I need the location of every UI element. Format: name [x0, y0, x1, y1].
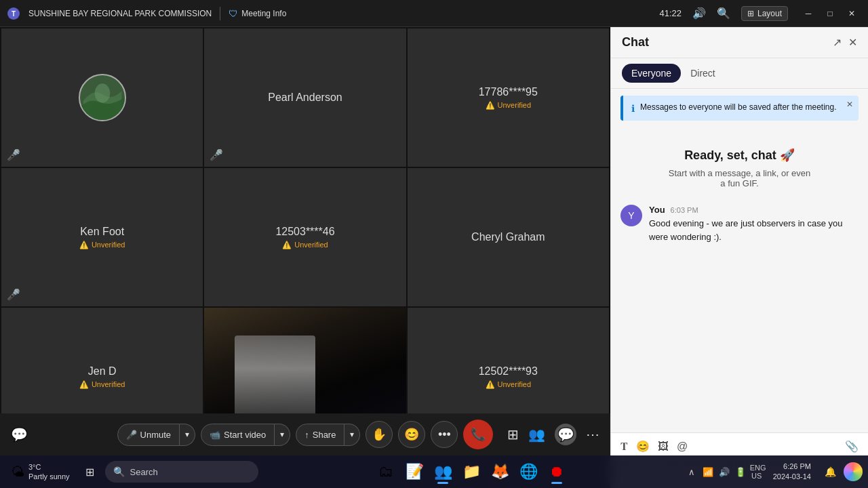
close-button[interactable]: ✕ [842, 4, 861, 23]
chat-header-actions: ↗ ✕ [833, 36, 857, 49]
start-button[interactable]: ⊞ [77, 458, 104, 485]
warning-icon-4: ⚠️ [79, 241, 89, 249]
gif-button[interactable]: 🖼 [658, 441, 669, 453]
chat-empty-title: Ready, set, chat 🚀 [684, 148, 795, 163]
chat-popout-button[interactable]: ↗ [833, 36, 842, 49]
taskbar-app-files[interactable]: 🗂 [372, 458, 399, 485]
tab-direct[interactable]: Direct [681, 64, 725, 83]
taskbar-search-icon: 🔍 [113, 466, 125, 477]
teams-logo-icon: T [7, 7, 20, 20]
taskbar-apps: 🗂 📝 👥 📁 🦊 🌐 ⏺ [260, 458, 684, 485]
caption-button[interactable]: 💬 [11, 426, 28, 443]
participant-name-4: Ken Foot [80, 226, 124, 238]
layout-icon: ⊞ [747, 9, 754, 18]
participant-name-6: Cheryl Graham [471, 231, 545, 243]
color-widget[interactable] [844, 462, 863, 481]
warning-icon-3: ⚠️ [486, 101, 495, 110]
participant-name-5: 12503****46 [275, 226, 334, 238]
taskbar-app-firefox[interactable]: 🦊 [486, 458, 513, 485]
layout-label: Layout [757, 9, 782, 18]
tab-everyone[interactable]: Everyone [622, 64, 681, 83]
chat-avatar-1: Y [620, 205, 642, 226]
attach-button[interactable]: 📎 [845, 440, 859, 453]
taskbar-edge-icon: 🌐 [519, 463, 538, 481]
taskbar-app-edge[interactable]: 🌐 [515, 458, 542, 485]
unmute-button[interactable]: 🎤 Unmute [117, 424, 180, 446]
taskbar-search[interactable]: 🔍 Search [105, 461, 258, 483]
weather-condition: Partly sunny [28, 472, 70, 481]
restore-button[interactable]: □ [821, 4, 840, 23]
start-video-button[interactable]: 📹 Start video [201, 424, 275, 446]
participant-tile-4: Ken Foot ⚠️ Unverified 🎤 [1, 168, 203, 306]
notification-button[interactable]: 🔔 [821, 462, 840, 481]
weather-temp: 3°C [28, 462, 70, 472]
participant-name-3: 17786****95 [479, 86, 538, 98]
unverified-badge-5: ⚠️ Unverified [282, 241, 328, 249]
volume-icon[interactable]: 🔊 [717, 467, 731, 477]
more-button[interactable]: ••• [431, 421, 458, 448]
taskbar-app-teams[interactable]: 👥 [429, 458, 456, 485]
participant-tile-2: Pearl Anderson 🎤 [204, 28, 406, 167]
shield-icon: 🛡 [229, 8, 238, 19]
taskbar-right: ∧ 📶 🔊 🔋 ENGUS 6:26 PM 2024-03-14 🔔 [685, 462, 863, 483]
taskbar-app-word[interactable]: 📝 [401, 458, 428, 485]
reactions-button[interactable]: 😊 [398, 421, 425, 448]
unverified-badge-7: ⚠️ Unverified [79, 380, 125, 389]
chat-panel-button[interactable]: 💬 [555, 424, 576, 445]
warning-icon-9: ⚠️ [486, 380, 495, 389]
chat-msg-meta-1: You 6:03 PM [649, 205, 859, 215]
weather-icon: 🌤 [11, 464, 24, 480]
start-video-label: Start video [224, 430, 266, 440]
info-icon: ℹ [631, 103, 635, 114]
clock-date: 2024-03-14 [773, 472, 811, 482]
participants-button[interactable]: 👥 [528, 426, 545, 443]
taskbar-weather[interactable]: 🌤 3°C Partly sunny [5, 460, 75, 485]
taskbar-app-recording[interactable]: ⏺ [543, 458, 570, 485]
chat-messages: Ready, set, chat 🚀 Start with a message,… [611, 127, 868, 432]
taskbar-recording-icon: ⏺ [549, 463, 564, 481]
taskbar-search-text: Search [130, 467, 158, 477]
chat-notice-close-button[interactable]: ✕ [846, 100, 853, 109]
chat-msg-body-1: You 6:03 PM Good evening - we are just o… [649, 205, 859, 243]
controls-right: ⊞ 👥 💬 ⋯ [507, 424, 599, 445]
chat-close-button[interactable]: ✕ [848, 36, 857, 49]
unmute-dropdown-button[interactable]: ▾ [180, 424, 195, 446]
battery-icon[interactable]: 🔋 [734, 467, 747, 477]
raise-hand-button[interactable]: ✋ [366, 421, 393, 448]
taskbar-clock[interactable]: 6:26 PM 2024-03-14 [768, 462, 816, 483]
mic-muted-icon-2: 🎤 [210, 148, 223, 161]
chat-empty-state: Ready, set, chat 🚀 Start with a message,… [620, 134, 859, 205]
video-icon: 📹 [210, 430, 220, 440]
participant-name-2: Pearl Anderson [268, 92, 342, 104]
minimize-button[interactable]: ─ [799, 4, 818, 23]
chat-tabs: Everyone Direct [611, 58, 868, 89]
video-control: 📹 Start video ▾ [201, 424, 290, 446]
mention-button[interactable]: @ [677, 441, 688, 453]
title-bar: T SUNSHINE BAY REGIONAL PARK COMMISSION … [0, 0, 868, 27]
taskbar: 🌤 3°C Partly sunny ⊞ 🔍 Search 🗂 📝 👥 📁 🦊 … [0, 455, 868, 488]
network-icon[interactable]: 📶 [701, 467, 715, 477]
unverified-badge-9: ⚠️ Unverified [486, 380, 532, 389]
participant-name-9: 12502****93 [479, 365, 538, 378]
meeting-info-button[interactable]: 🛡 Meeting Info [229, 8, 286, 19]
end-call-button[interactable]: 📞 [463, 420, 493, 449]
lang-icon[interactable]: ENGUS [750, 464, 764, 480]
layout-button[interactable]: ⊞ Layout [741, 6, 788, 21]
taskbar-app-explorer[interactable]: 📁 [458, 458, 485, 485]
search-button[interactable]: 🔍 [717, 7, 730, 20]
chat-title: Chat [622, 35, 649, 49]
more-options-button[interactable]: ⋯ [586, 426, 599, 443]
taskbar-systray: ∧ 📶 🔊 🔋 ENGUS [685, 464, 764, 480]
video-dropdown-button[interactable]: ▾ [275, 424, 290, 446]
text-format-button[interactable]: 𝐓 [620, 441, 628, 453]
view-button[interactable]: ⊞ [507, 426, 519, 443]
chevron-up-icon[interactable]: ∧ [685, 467, 698, 477]
taskbar-firefox-icon: 🦊 [491, 463, 509, 481]
unverified-label-4: Unverified [92, 241, 125, 249]
share-label: Share [313, 430, 336, 440]
share-button[interactable]: ↑ Share [296, 424, 344, 446]
mic-muted-icon-4: 🎤 [7, 288, 20, 301]
chat-header: Chat ↗ ✕ [611, 27, 868, 58]
emoji-button[interactable]: 😊 [636, 440, 650, 453]
share-dropdown-button[interactable]: ▾ [344, 424, 360, 446]
